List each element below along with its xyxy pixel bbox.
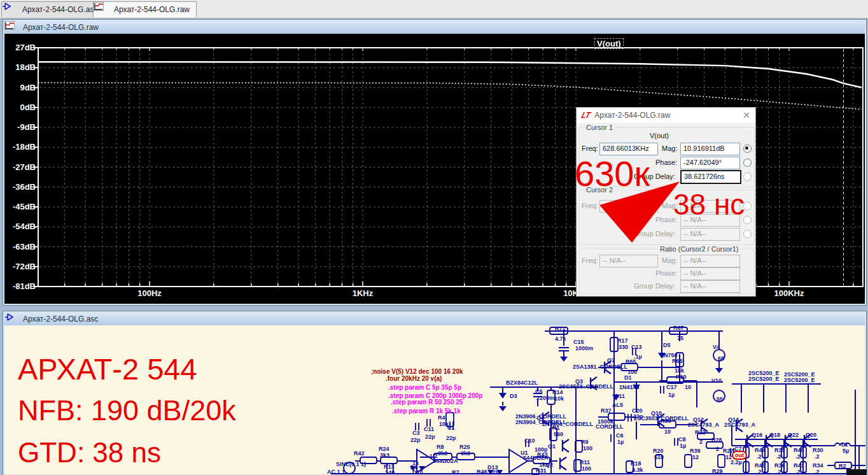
spice-directive[interactable]: .step param C 5p 35p 5p xyxy=(388,384,461,391)
component-label[interactable]: Q18 xyxy=(769,432,780,438)
component-label[interactable]: R35 xyxy=(774,448,785,453)
spice-directive[interactable]: ;noise V(5) V12 dec 100 16 20k xyxy=(371,368,463,375)
component-label[interactable]: 10 xyxy=(685,385,691,390)
component-label[interactable]: 1µ xyxy=(668,392,675,398)
component-label[interactable]: R65 xyxy=(626,359,636,365)
component-label[interactable]: R9 xyxy=(581,439,589,445)
component-label[interactable]: R67 xyxy=(673,325,684,331)
component-label[interactable]: 100 xyxy=(582,466,591,472)
component-label[interactable]: 4.7k xyxy=(555,336,566,342)
component-label[interactable]: R44 xyxy=(755,448,766,453)
cursor1-mag-value[interactable]: 10.916911dB xyxy=(680,143,740,155)
component-label[interactable]: CORDELL xyxy=(596,424,624,430)
component-label[interactable]: C6 xyxy=(616,433,624,439)
component-label[interactable]: Q7 xyxy=(607,358,615,364)
component-label[interactable]: L1 xyxy=(841,442,848,448)
component-label[interactable]: R4 xyxy=(438,415,445,421)
component-label[interactable]: R7 xyxy=(452,470,459,475)
component-label[interactable]: R14 xyxy=(552,390,563,395)
component-label[interactable]: 2 xyxy=(716,446,719,452)
component-label[interactable]: C11 xyxy=(424,427,434,432)
component-label[interactable]: R39 xyxy=(690,448,701,454)
component-label[interactable]: V10 xyxy=(711,378,722,384)
net-label-out[interactable]: out xyxy=(732,451,747,460)
cursor1-mag-radio[interactable] xyxy=(743,145,752,153)
component-label[interactable]: D11 xyxy=(615,393,625,399)
component-label[interactable]: 2SC5200_E xyxy=(784,378,815,383)
component-label[interactable]: D1 xyxy=(624,375,632,381)
component-label[interactable]: 12 xyxy=(692,455,699,460)
trace-label[interactable]: V(out) xyxy=(594,38,624,49)
component-label[interactable]: Q4 xyxy=(536,415,544,421)
tab-schematic[interactable]: Архат-2-544-OLG.asc xyxy=(1,1,104,17)
component-label[interactable]: R1 xyxy=(552,425,560,431)
spice-directive[interactable]: .step param R 50 250 25 xyxy=(391,399,463,406)
component-label[interactable]: R25 xyxy=(459,444,470,450)
component-label[interactable]: AC 1 1 xyxy=(327,469,345,475)
component-label[interactable]: C3 xyxy=(412,430,420,436)
component-label[interactable]: R24 xyxy=(379,446,389,452)
component-label[interactable]: 4.3k xyxy=(632,467,643,473)
component-label[interactable]: 22p xyxy=(446,436,456,441)
component-label[interactable]: R30 xyxy=(813,448,823,453)
component-label[interactable]: .2 xyxy=(776,469,781,475)
schematic-window-titlebar[interactable]: Архат-2-544-OLG.asc xyxy=(4,313,865,325)
cursor-dialog-titlebar[interactable]: 𝐿𝑇 Архат-2-544-OLG.raw ✕ xyxy=(577,108,755,123)
component-label[interactable]: Q16 xyxy=(752,432,762,438)
component-label[interactable]: 1µ xyxy=(680,443,686,449)
component-label[interactable]: .2 xyxy=(757,454,762,460)
cursor1-group-delay-value[interactable]: 38.621726ns xyxy=(680,170,741,184)
component-label[interactable]: R31 xyxy=(536,468,547,474)
component-label[interactable]: Q20 xyxy=(806,432,816,438)
component-label[interactable]: 10k xyxy=(554,396,564,402)
component-label[interactable]: 544UD2A xyxy=(523,455,549,461)
component-label[interactable]: 3k3 xyxy=(380,453,389,458)
component-label[interactable]: C10 xyxy=(524,438,535,444)
component-label[interactable]: 55 xyxy=(717,397,723,402)
component-label[interactable]: D3 xyxy=(510,393,517,399)
component-label[interactable]: 75 xyxy=(677,336,683,341)
component-label[interactable]: C15 xyxy=(573,339,584,345)
component-label[interactable]: R8 xyxy=(437,444,444,450)
component-label[interactable]: .2 xyxy=(815,454,820,460)
component-label[interactable]: R41 xyxy=(794,463,804,469)
cursor1-phase-radio[interactable] xyxy=(743,159,752,167)
component-label[interactable]: 5µ xyxy=(843,448,849,454)
component-label[interactable]: Q1 xyxy=(548,444,556,450)
component-label[interactable]: 68 xyxy=(718,356,724,362)
component-label[interactable]: 510 xyxy=(654,455,664,460)
cursor1-phase-value[interactable]: -247.62049° xyxy=(680,157,740,169)
component-label[interactable]: 22p xyxy=(425,434,435,440)
component-label[interactable]: C8 xyxy=(678,437,686,443)
component-label[interactable]: D1 xyxy=(493,470,501,475)
component-label[interactable]: R42 xyxy=(354,451,365,457)
component-label[interactable]: C13 xyxy=(631,344,642,350)
component-label[interactable]: R11 xyxy=(580,460,590,465)
component-label[interactable]: 3k3 xyxy=(461,451,470,457)
component-label[interactable]: 22p xyxy=(410,437,421,443)
component-label[interactable]: R40 xyxy=(794,448,804,453)
component-label[interactable]: R2 xyxy=(839,464,846,469)
component-label[interactable]: BZX84C12L xyxy=(506,380,538,386)
component-label[interactable]: 2SC4793_A xyxy=(688,422,719,428)
component-label[interactable]: R71 xyxy=(555,326,566,332)
component-label[interactable]: R37 xyxy=(601,408,612,414)
component-label[interactable]: 140 xyxy=(385,470,395,475)
close-icon[interactable]: ✕ xyxy=(743,110,750,120)
component-label[interactable]: R18 xyxy=(631,461,641,467)
component-label[interactable]: .2 xyxy=(757,469,762,475)
component-label[interactable]: 2SC5200_E xyxy=(748,376,780,382)
component-label[interactable]: R20 xyxy=(653,448,664,454)
component-label[interactable]: 2.2µ xyxy=(731,460,742,465)
component-label[interactable]: R36 xyxy=(774,463,785,469)
component-label[interactable]: C5 xyxy=(535,389,543,395)
component-label[interactable]: R34 xyxy=(813,463,823,469)
component-label[interactable]: D5 xyxy=(663,343,671,348)
component-label[interactable]: 2 xyxy=(699,439,703,445)
component-label[interactable]: 544UD2A xyxy=(433,458,458,464)
component-label[interactable]: 560 xyxy=(554,432,563,437)
component-label[interactable]: 2SC3503_CORDELL xyxy=(559,384,613,390)
component-label[interactable]: C1 xyxy=(447,425,455,431)
component-label[interactable]: SINE(0 1 1) xyxy=(336,462,366,467)
component-label[interactable]: R10 xyxy=(676,374,687,380)
